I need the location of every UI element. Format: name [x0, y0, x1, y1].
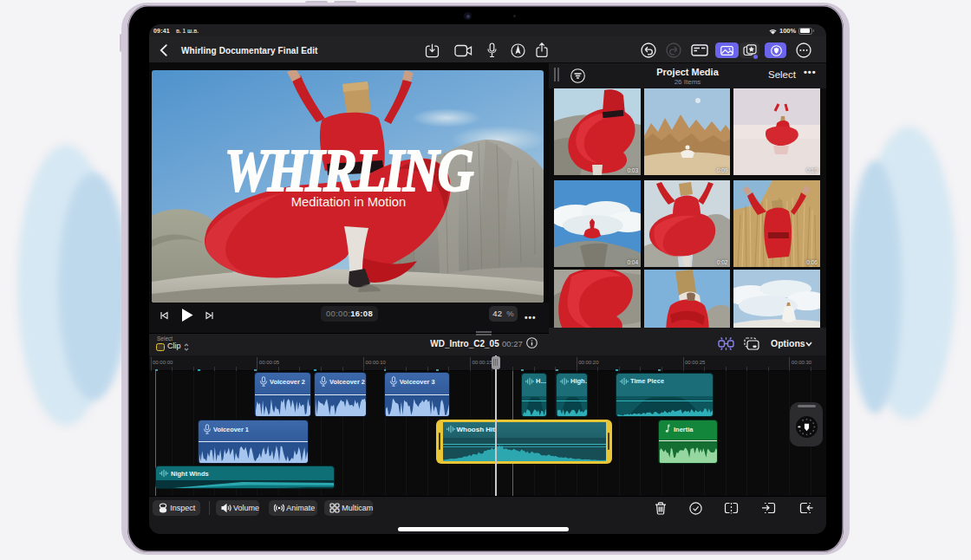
svg-text:Meditation in Motion: Meditation in Motion	[291, 195, 406, 209]
svg-text:WHIRLING: WHIRLING	[225, 137, 474, 204]
